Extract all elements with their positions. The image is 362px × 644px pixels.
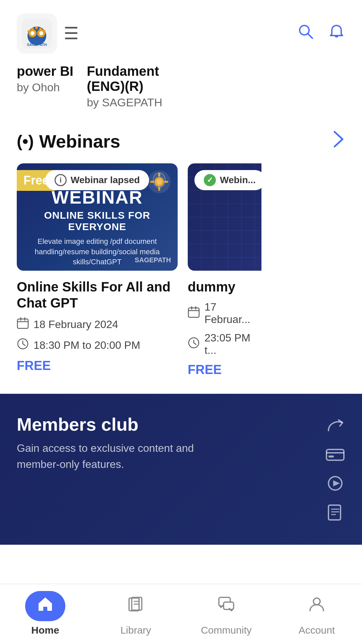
- calendar-icon-2: [188, 306, 200, 321]
- webinars-row: Free i Webinar lapsed: [0, 163, 362, 377]
- webinar-card-1[interactable]: Free i Webinar lapsed: [17, 163, 178, 377]
- search-icon[interactable]: [297, 23, 314, 44]
- webinar-lapsed-badge: i Webinar lapsed: [45, 170, 149, 190]
- members-club-desc: Gain access to exclusive content and mem…: [17, 440, 211, 472]
- webinar-date-text-1: 18 February 2024: [34, 318, 118, 331]
- nav-home[interactable]: Home: [0, 591, 90, 636]
- calendar-icon: [17, 317, 29, 332]
- course-author-1: by Ohoh: [17, 81, 73, 94]
- notification-icon[interactable]: [328, 23, 345, 44]
- account-icon: [308, 595, 325, 617]
- webinars-see-all-arrow[interactable]: [332, 129, 345, 153]
- webinars-section-header: (•) Webinars: [0, 116, 362, 163]
- svg-marker-40: [333, 480, 340, 486]
- members-play-icon: [325, 475, 345, 496]
- members-club-title: Members club: [17, 414, 325, 435]
- clock-icon-1: [17, 338, 29, 353]
- course-item-1[interactable]: power BI by Ohoh: [17, 64, 73, 109]
- members-text-area: Members club Gain access to exclusive co…: [17, 414, 325, 472]
- svg-rect-41: [328, 505, 341, 520]
- webinar-price-2: FREE: [188, 363, 261, 377]
- nav-account[interactable]: Account: [272, 591, 362, 636]
- library-icon: [127, 595, 144, 617]
- home-icon-wrap: [25, 591, 65, 621]
- account-icon-wrap: [297, 591, 337, 621]
- svg-line-28: [23, 344, 25, 345]
- webinar-image-2: ✓ Webin...: [188, 163, 261, 271]
- community-icon-wrap: [206, 591, 246, 621]
- svg-point-6: [31, 28, 34, 31]
- community-label: Community: [201, 625, 252, 636]
- webin-text: Webin...: [220, 175, 256, 185]
- webinar-info-2: dummy 17 Februar...: [188, 279, 261, 377]
- nav-library[interactable]: Library: [90, 591, 181, 636]
- webinar-antenna-icon: (•): [17, 131, 34, 151]
- nav-community[interactable]: Community: [181, 591, 272, 636]
- svg-point-9: [39, 28, 42, 31]
- members-document-icon: [325, 504, 345, 525]
- members-share-icon: [325, 417, 345, 438]
- hamburger-icon[interactable]: ☰: [64, 24, 79, 43]
- webinar-check-badge: ✓ Webin...: [194, 170, 261, 190]
- webinar-subtitle: ONLINE SKILLS FOR EVERYONE: [23, 210, 171, 232]
- clock-icon-2: [188, 337, 200, 352]
- webinars-label: Webinars: [39, 131, 120, 152]
- svg-rect-36: [326, 449, 344, 460]
- members-payment-icon: [325, 446, 345, 467]
- library-label: Library: [120, 625, 151, 636]
- svg-point-21: [153, 173, 165, 187]
- webinar-image-1: Free i Webinar lapsed: [17, 163, 178, 271]
- logo-area: SAGEPATH ☰: [17, 13, 79, 54]
- webinar-name-2: dummy: [188, 279, 261, 295]
- svg-point-7: [35, 26, 38, 29]
- account-label: Account: [299, 625, 335, 636]
- info-circle-icon: i: [55, 174, 67, 186]
- svg-rect-38: [328, 455, 334, 458]
- webinar-main-content: WEBINAR ONLINE SKILLS FOR EVERYONE Eleva…: [23, 187, 171, 267]
- course-title-1: power BI: [17, 64, 73, 79]
- community-icon: [218, 595, 235, 617]
- svg-point-8: [27, 30, 29, 32]
- bottom-navigation: Home Library: [0, 584, 362, 644]
- members-club-section[interactable]: Members club Gain access to exclusive co…: [0, 394, 362, 545]
- webinar-card-2[interactable]: ✓ Webin... dummy 17 Februar...: [188, 163, 261, 377]
- webinar-info-1: Online Skills For All and Chat GPT 18 Fe…: [17, 279, 178, 373]
- svg-line-35: [194, 343, 196, 344]
- sagepath-watermark: SAGEPATH: [135, 256, 171, 264]
- library-icon-wrap: [116, 591, 156, 621]
- home-icon: [37, 595, 54, 617]
- svg-point-51: [313, 598, 320, 605]
- webinar-time-text-2: 23:05 PM t...: [204, 332, 261, 357]
- webinar-date-2: 17 Februar...: [188, 301, 261, 326]
- webinar-date-1: 18 February 2024: [17, 317, 178, 332]
- svg-text:SAGEPATH: SAGEPATH: [27, 43, 47, 47]
- webinars-title: (•) Webinars: [17, 131, 120, 152]
- svg-rect-22: [17, 319, 28, 328]
- course-author-2: by SAGEPATH: [87, 96, 181, 109]
- header-actions: [297, 23, 345, 44]
- webinar-date-text-2: 17 Februar...: [204, 301, 261, 326]
- svg-line-13: [308, 34, 312, 38]
- members-icons-area: [325, 414, 345, 525]
- svg-point-5: [39, 31, 43, 35]
- svg-rect-50: [224, 602, 234, 609]
- home-label: Home: [31, 625, 59, 636]
- svg-rect-29: [188, 308, 199, 317]
- course-title-2: Fundament (ENG)(R): [87, 64, 181, 94]
- webinar-logo: [147, 170, 171, 195]
- svg-point-4: [31, 31, 35, 35]
- course-item-2[interactable]: Fundament (ENG)(R) by SAGEPATH: [87, 64, 181, 109]
- header: SAGEPATH ☰: [0, 0, 362, 60]
- webinar-time-text-1: 18:30 PM to 20:00 PM: [34, 339, 140, 352]
- courses-strip: power BI by Ohoh Fundament (ENG)(R) by S…: [0, 60, 362, 116]
- app-logo: SAGEPATH: [17, 13, 57, 54]
- check-circle-icon: ✓: [204, 174, 216, 186]
- webinar-price-1: FREE: [17, 359, 178, 373]
- svg-point-10: [44, 30, 46, 32]
- lapsed-text: Webinar lapsed: [71, 175, 140, 185]
- webinar-name-1: Online Skills For All and Chat GPT: [17, 279, 178, 311]
- webinar-time-1: 18:30 PM to 20:00 PM: [17, 338, 178, 353]
- webinar-time-2: 23:05 PM t...: [188, 332, 261, 357]
